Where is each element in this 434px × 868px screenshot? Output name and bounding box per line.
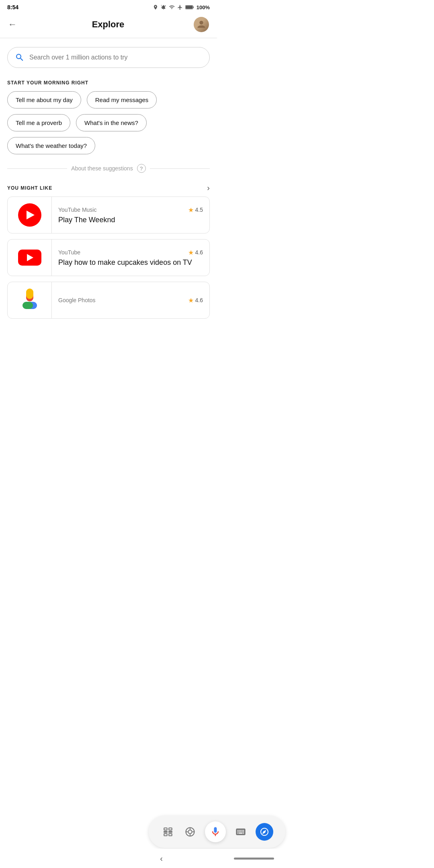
google-photos-rating: ★ 4.6 [188,297,203,304]
back-button[interactable]: ← [8,19,23,30]
about-suggestions: About these suggestions ? [0,154,217,177]
youtube-music-icon [18,203,41,227]
petal-yellow [26,289,33,299]
chips-container: Tell me about my day Read my messages Te… [0,91,217,154]
youtube-music-action: Play The Weeknd [58,216,203,224]
you-might-like-header: YOU MIGHT LIKE › [0,177,217,197]
you-might-like-label: YOU MIGHT LIKE [7,185,52,191]
morning-section-label: START YOUR MORNING RIGHT [0,72,217,91]
chip-news[interactable]: What's in the news? [76,114,147,131]
youtube-rating-value: 4.6 [195,249,203,256]
svg-rect-2 [186,6,192,8]
google-photos-app-name: Google Photos [58,297,96,303]
star-icon: ★ [188,206,194,214]
youtube-icon-area [8,240,52,276]
google-photos-rating-value: 4.6 [195,297,203,303]
status-bar: 8:54 100% [0,0,217,13]
youtube-music-rating: ★ 4.5 [188,206,203,214]
header: ← Explore [0,13,217,38]
page-title: Explore [92,19,125,30]
youtube-app-name: YouTube [58,249,80,256]
petal-green [23,302,33,309]
card-google-photos[interactable]: Google Photos ★ 4.6 [7,282,210,319]
status-icons: 100% [153,4,210,10]
svg-point-3 [199,21,203,25]
wifi-icon [169,4,175,10]
divider-left [7,168,67,169]
status-time: 8:54 [7,4,18,10]
search-bar[interactable] [7,47,210,68]
youtube-music-app-name: YouTube Music [58,207,96,213]
divider-right [150,168,210,169]
bell-muted-icon [161,4,166,10]
about-text: About these suggestions [71,165,133,172]
star-icon-gp: ★ [188,297,194,304]
search-container [0,38,217,72]
google-photos-petals [20,291,39,309]
card-youtube-content: YouTube ★ 4.6 Play how to make cupcakes … [52,242,209,273]
card-top-row: YouTube Music ★ 4.5 [58,206,203,214]
card-top-row-gp: Google Photos ★ 4.6 [58,297,203,304]
chip-read-messages[interactable]: Read my messages [87,91,157,108]
youtube-play-icon [27,254,33,261]
search-icon [15,53,25,62]
card-youtube-music[interactable]: YouTube Music ★ 4.5 Play The Weeknd [7,197,210,233]
card-google-photos-content: Google Photos ★ 4.6 [52,290,209,311]
youtube-icon [18,250,41,266]
google-photos-icon-area [8,282,52,318]
battery-percent: 100% [197,4,210,10]
see-more-button[interactable]: › [207,183,210,192]
card-youtube[interactable]: YouTube ★ 4.6 Play how to make cupcakes … [7,239,210,276]
battery-icon [185,4,194,10]
youtube-rating: ★ 4.6 [188,249,203,256]
chip-weather[interactable]: What's the weather today? [7,137,95,154]
avatar[interactable] [194,17,209,32]
location-icon [153,4,158,10]
svg-rect-1 [193,6,194,8]
card-youtube-music-content: YouTube Music ★ 4.5 Play The Weeknd [52,200,209,231]
card-top-row-yt: YouTube ★ 4.6 [58,249,203,256]
youtube-action: Play how to make cupcakes videos on TV [58,258,203,267]
star-icon-yt: ★ [188,249,194,256]
chip-proverb[interactable]: Tell me a proverb [7,114,70,131]
search-input[interactable] [29,54,202,61]
about-question-icon[interactable]: ? [137,164,146,173]
google-photos-icon [18,289,41,312]
airplane-icon [177,4,183,10]
play-icon [27,211,35,219]
youtube-music-icon-area [8,197,52,233]
youtube-music-rating-value: 4.5 [195,207,203,213]
chip-tell-me-day[interactable]: Tell me about my day [7,91,81,108]
